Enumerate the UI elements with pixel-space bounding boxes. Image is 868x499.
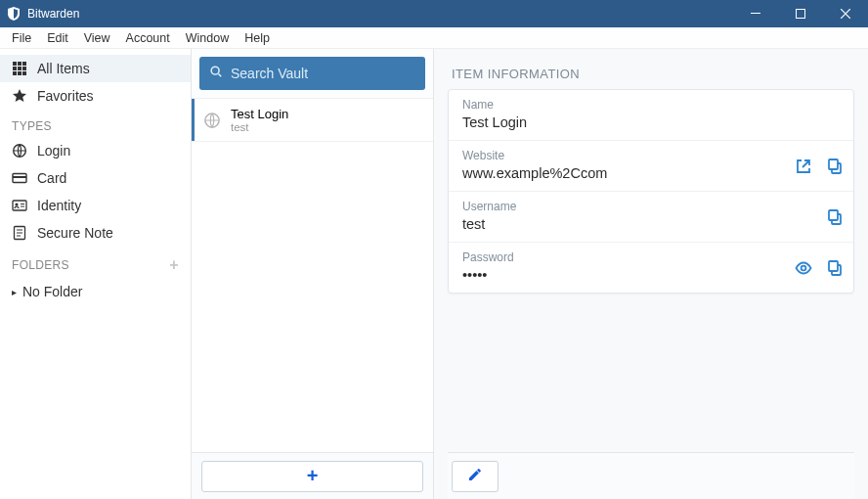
- vault-item[interactable]: Test Login test: [192, 98, 433, 142]
- field-label: Name: [462, 98, 840, 112]
- item-info-card: Name Test Login Website www.example%2Cco…: [448, 89, 854, 294]
- sidebar-type-identity[interactable]: Identity: [0, 192, 191, 219]
- globe-icon: [203, 112, 221, 129]
- star-icon: [12, 88, 27, 104]
- identity-icon: [12, 198, 27, 213]
- field-website: Website www.example%2Ccom: [449, 141, 853, 192]
- menu-edit[interactable]: Edit: [39, 29, 76, 47]
- field-username: Username test: [449, 192, 853, 243]
- add-folder-icon[interactable]: +: [169, 256, 179, 274]
- eye-icon[interactable]: [795, 259, 812, 277]
- svg-point-16: [802, 265, 806, 270]
- titlebar: Bitwarden: [0, 0, 868, 27]
- field-password: Password •••••: [449, 243, 853, 293]
- sidebar-label: Card: [37, 170, 66, 186]
- field-value: Test Login: [462, 114, 840, 130]
- menubar: File Edit View Account Window Help: [0, 27, 868, 49]
- sidebar-all-items[interactable]: All Items: [0, 55, 191, 82]
- sidebar-folder-none[interactable]: ▸ No Folder: [0, 278, 191, 305]
- svg-rect-7: [21, 204, 24, 204]
- sidebar-folders-header: FOLDERS +: [0, 247, 191, 278]
- search-icon: [209, 65, 223, 82]
- sidebar-label: Secure Note: [37, 225, 113, 241]
- launch-icon[interactable]: [795, 158, 812, 175]
- svg-rect-8: [21, 206, 24, 207]
- sidebar-favorites[interactable]: Favorites: [0, 82, 191, 110]
- field-value: test: [462, 216, 840, 232]
- plus-icon: +: [307, 465, 319, 487]
- card-icon: [12, 170, 27, 186]
- window-close-button[interactable]: [823, 0, 868, 27]
- detail-footer: [448, 452, 854, 499]
- field-label: Password: [462, 250, 840, 264]
- item-list-footer: +: [192, 452, 433, 499]
- menu-view[interactable]: View: [76, 29, 118, 47]
- sidebar-type-secure-note[interactable]: Secure Note: [0, 219, 191, 247]
- detail-pane: ITEM INFORMATION Name Test Login Website…: [434, 49, 868, 499]
- note-icon: [12, 225, 27, 241]
- copy-icon[interactable]: [826, 158, 844, 175]
- svg-rect-0: [751, 13, 760, 14]
- svg-rect-18: [829, 261, 838, 271]
- add-item-button[interactable]: +: [201, 461, 423, 492]
- menu-account[interactable]: Account: [118, 29, 178, 47]
- window-title: Bitwarden: [27, 7, 733, 21]
- globe-icon: [12, 143, 27, 159]
- field-label: Website: [462, 149, 840, 162]
- detail-section-title: ITEM INFORMATION: [452, 67, 850, 81]
- svg-rect-1: [797, 10, 805, 19]
- copy-icon[interactable]: [826, 208, 844, 226]
- window-maximize-button[interactable]: [778, 0, 823, 27]
- svg-rect-13: [829, 159, 838, 169]
- field-name: Name Test Login: [449, 90, 853, 141]
- pencil-icon: [467, 467, 483, 486]
- sidebar-types-header: TYPES: [0, 110, 191, 137]
- edit-item-button[interactable]: [452, 461, 499, 492]
- sidebar-label: All Items: [37, 61, 90, 76]
- field-value: •••••: [462, 267, 840, 283]
- item-list: Test Login test: [192, 98, 433, 452]
- menu-window[interactable]: Window: [178, 29, 237, 47]
- menu-file[interactable]: File: [4, 29, 39, 47]
- app-shield-icon: [6, 6, 22, 22]
- sidebar-type-login[interactable]: Login: [0, 137, 191, 164]
- svg-point-10: [211, 67, 219, 74]
- menu-help[interactable]: Help: [237, 29, 278, 47]
- sidebar-label: Login: [37, 143, 70, 159]
- svg-rect-4: [13, 176, 26, 178]
- sidebar-label: No Folder: [22, 284, 82, 299]
- sidebar-type-card[interactable]: Card: [0, 164, 191, 192]
- sidebar-label: Identity: [37, 198, 81, 213]
- caret-right-icon: ▸: [12, 287, 17, 297]
- svg-rect-5: [13, 201, 26, 210]
- item-subtitle: test: [231, 121, 288, 133]
- item-list-pane: Test Login test +: [192, 49, 434, 499]
- sidebar-label: Favorites: [37, 88, 94, 104]
- search-bar[interactable]: [199, 57, 425, 90]
- window-minimize-button[interactable]: [733, 0, 778, 27]
- sidebar: All Items Favorites TYPES Login Card Ide…: [0, 49, 192, 499]
- search-input[interactable]: [231, 66, 415, 81]
- svg-point-6: [15, 203, 18, 205]
- copy-icon[interactable]: [826, 259, 844, 277]
- field-label: Username: [462, 200, 840, 213]
- item-title: Test Login: [231, 107, 288, 121]
- grid-icon: [12, 61, 27, 76]
- workspace: All Items Favorites TYPES Login Card Ide…: [0, 49, 868, 499]
- field-value: www.example%2Ccom: [462, 165, 840, 181]
- svg-rect-15: [829, 210, 838, 220]
